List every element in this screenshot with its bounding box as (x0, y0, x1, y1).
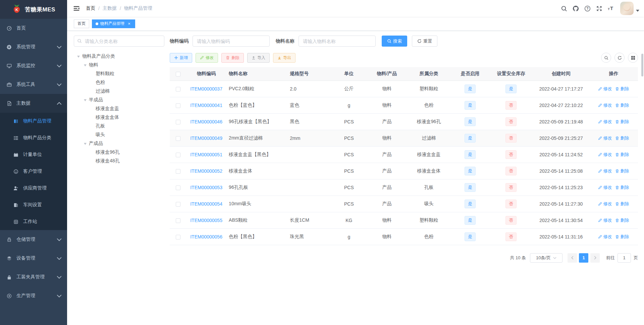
close-icon[interactable]: × (127, 21, 131, 26)
item-code-link[interactable]: ITEM00000055 (190, 218, 222, 223)
toolbar-button-3[interactable]: 导入 (247, 53, 270, 63)
sidebar-item-3[interactable]: 系统工具 (0, 75, 67, 94)
row-edit-link[interactable]: 修改 (598, 86, 612, 92)
row-edit-link[interactable]: 修改 (598, 135, 612, 141)
search-tool-button[interactable] (601, 53, 611, 63)
row-edit-link[interactable]: 修改 (598, 119, 612, 125)
row-edit-link[interactable]: 修改 (598, 102, 612, 108)
row-checkbox[interactable] (176, 87, 180, 92)
item-code-link[interactable]: ITEM00000056 (190, 234, 222, 239)
item-code-link[interactable]: ITEM00000054 (190, 201, 222, 207)
sidebar-item-5[interactable]: 物料产品管理 (0, 113, 67, 129)
sidebar-item-8[interactable]: 客户管理 (0, 163, 67, 180)
sidebar-item-9[interactable]: 供应商管理 (0, 180, 67, 197)
sidebar-item-7[interactable]: 计量单位 (0, 146, 67, 163)
row-delete-link[interactable]: 删除 (615, 234, 629, 240)
tree-node-0[interactable]: 物料及产品分类 (74, 52, 164, 61)
tree-node-12[interactable]: 移液盒48孔 (74, 157, 164, 165)
tab-1[interactable]: 物料产品管理× (92, 19, 135, 28)
name-filter-input[interactable] (299, 36, 376, 47)
row-delete-link[interactable]: 删除 (615, 152, 629, 158)
row-edit-link[interactable]: 修改 (598, 168, 612, 174)
item-code-link[interactable]: ITEM00000041 (190, 103, 222, 108)
search-button[interactable]: 搜索 (382, 36, 407, 47)
tree-node-5[interactable]: 半成品 (74, 96, 164, 104)
tree-expand-caret[interactable] (84, 99, 87, 103)
item-code-link[interactable]: ITEM00000037 (190, 86, 222, 92)
tree-node-7[interactable]: 移液盒盒体 (74, 113, 164, 122)
row-delete-link[interactable]: 删除 (615, 217, 629, 223)
breadcrumb-item-0[interactable]: 首页 (86, 5, 95, 11)
row-edit-link[interactable]: 修改 (598, 201, 612, 207)
goto-page-input[interactable] (618, 253, 631, 263)
help-icon[interactable]: ? (582, 3, 593, 14)
font-size-icon[interactable]: TT (605, 3, 617, 14)
tree-expand-caret[interactable] (77, 56, 80, 59)
row-checkbox[interactable] (176, 169, 180, 174)
item-code-link[interactable]: ITEM00000049 (190, 136, 222, 141)
item-code-link[interactable]: ITEM00000052 (190, 168, 222, 174)
app-logo[interactable]: K 苦糖果MES (0, 0, 67, 19)
tree-node-3[interactable]: 色粉 (74, 78, 164, 87)
tree-node-11[interactable]: 移液盒96孔 (74, 148, 164, 157)
tab-0[interactable]: 首页 (74, 19, 89, 28)
item-code-link[interactable]: ITEM00000053 (190, 185, 222, 190)
item-code-link[interactable]: ITEM00000046 (190, 119, 222, 124)
row-checkbox[interactable] (176, 120, 180, 124)
refresh-tool-button[interactable] (614, 53, 625, 63)
sidebar-item-2[interactable]: 系统监控 (0, 56, 67, 75)
toolbar-button-4[interactable]: 导出 (273, 53, 296, 63)
row-checkbox[interactable] (176, 185, 180, 190)
tree-expand-caret[interactable] (84, 64, 87, 68)
item-code-link[interactable]: ITEM00000051 (190, 152, 222, 157)
fullscreen-icon[interactable] (593, 3, 605, 14)
row-edit-link[interactable]: 修改 (598, 152, 612, 158)
tree-node-6[interactable]: 移液盒盒盖 (74, 104, 164, 113)
row-delete-link[interactable]: 删除 (615, 135, 629, 141)
tree-node-10[interactable]: 产成品 (74, 139, 164, 148)
category-search-input[interactable] (74, 36, 164, 47)
row-edit-link[interactable]: 修改 (598, 184, 612, 191)
hamburger-icon[interactable] (72, 4, 81, 13)
tree-node-2[interactable]: 塑料颗粒 (74, 69, 164, 78)
row-edit-link[interactable]: 修改 (598, 234, 612, 240)
sidebar-item-6[interactable]: 物料产品分类 (0, 129, 67, 146)
sidebar-item-14[interactable]: 工装夹具管理 (0, 268, 67, 286)
row-delete-link[interactable]: 删除 (615, 86, 629, 92)
github-icon[interactable] (570, 3, 582, 14)
row-delete-link[interactable]: 删除 (615, 102, 629, 108)
select-all-checkbox[interactable] (176, 72, 180, 76)
row-delete-link[interactable]: 删除 (615, 201, 629, 207)
sidebar-item-13[interactable]: 设备管理 (0, 249, 67, 268)
tree-expand-caret[interactable] (84, 143, 87, 146)
search-icon[interactable] (558, 3, 570, 14)
row-checkbox[interactable] (176, 153, 180, 157)
tree-node-9[interactable]: 吸头 (74, 130, 164, 139)
row-checkbox[interactable] (176, 218, 180, 223)
breadcrumb-item-1[interactable]: 主数据 (103, 5, 117, 11)
tree-node-4[interactable]: 过滤棉 (74, 87, 164, 96)
caret-down-icon[interactable] (636, 9, 639, 12)
scrollbar-thumb[interactable] (641, 54, 643, 76)
avatar[interactable] (620, 2, 634, 15)
sidebar-item-0[interactable]: 首页 (0, 19, 67, 38)
reset-button[interactable]: 重置 (412, 36, 437, 47)
sidebar-item-12[interactable]: 仓储管理 (0, 230, 67, 249)
row-checkbox[interactable] (176, 202, 180, 207)
sidebar-item-11[interactable]: 工作站 (0, 213, 67, 230)
row-delete-link[interactable]: 删除 (615, 119, 629, 125)
row-delete-link[interactable]: 删除 (615, 168, 629, 174)
row-edit-link[interactable]: 修改 (598, 217, 612, 223)
toolbar-button-2[interactable]: 删除 (221, 53, 244, 63)
sidebar-item-10[interactable]: 车间设置 (0, 197, 67, 213)
prev-page-button[interactable] (568, 253, 577, 263)
toolbar-button-0[interactable]: 新增 (170, 53, 192, 63)
row-checkbox[interactable] (176, 136, 180, 141)
toolbar-button-1[interactable]: 修改 (196, 53, 218, 63)
page-number-button[interactable]: 1 (579, 253, 588, 263)
sidebar-item-15[interactable]: 生产管理 (0, 286, 67, 305)
code-filter-input[interactable] (193, 36, 270, 47)
tree-node-1[interactable]: 物料 (74, 61, 164, 69)
next-page-button[interactable] (590, 253, 600, 263)
row-checkbox[interactable] (176, 103, 180, 108)
